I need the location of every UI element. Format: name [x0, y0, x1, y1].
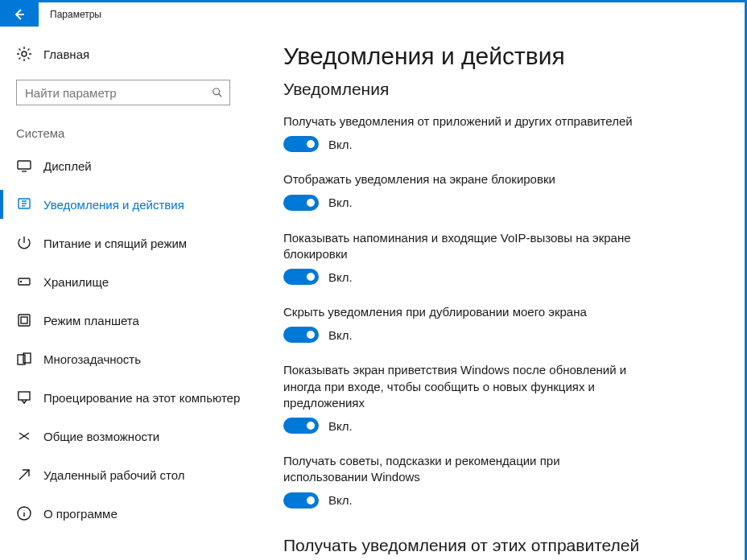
sidebar: Главная Система Дисплей Уведомления и де… [0, 27, 248, 560]
sidebar-item-power[interactable]: Питание и спящий режим [0, 224, 248, 262]
section-notifications-title: Уведомления [283, 80, 712, 99]
sidebar-item-label: Многозадачность [43, 352, 141, 366]
sidebar-item-storage[interactable]: Хранилище [0, 262, 248, 301]
sidebar-item-multitask[interactable]: Многозадачность [0, 340, 248, 378]
setting-tips: Получать советы, подсказки и рекомендаци… [283, 453, 638, 509]
setting-voip-reminders: Показывать напоминания и входящие VoIP-в… [283, 230, 638, 286]
sidebar-item-label: Питание и спящий режим [43, 237, 187, 250]
sidebar-item-label: Режим планшета [43, 314, 139, 327]
setting-apps-notifications: Получать уведомления от приложений и дру… [283, 113, 638, 152]
home-link[interactable]: Главная [0, 39, 248, 68]
remote-icon [16, 467, 32, 483]
search-icon [205, 87, 229, 98]
projecting-icon [16, 389, 32, 406]
multitask-icon [16, 351, 32, 367]
setting-label: Отображать уведомления на экране блокиро… [283, 171, 638, 187]
section-senders-title: Получать уведомления от этих отправителе… [283, 536, 712, 555]
sidebar-item-tablet[interactable]: Режим планшета [0, 301, 248, 340]
sidebar-item-about[interactable]: О программе [0, 494, 248, 533]
sidebar-item-label: Проецирование на этот компьютер [43, 391, 240, 405]
sidebar-item-label: Общие возможности [43, 430, 159, 443]
gear-icon [16, 46, 32, 62]
sidebar-item-notifications[interactable]: Уведомления и действия [0, 185, 248, 224]
shared-icon [16, 428, 32, 444]
setting-lockscreen-notifications: Отображать уведомления на экране блокиро… [283, 171, 638, 210]
notifications-icon [16, 196, 32, 212]
power-icon [16, 235, 32, 251]
tablet-icon [16, 312, 32, 328]
back-arrow-icon [13, 8, 26, 21]
home-label: Главная [43, 47, 89, 61]
storage-icon [16, 274, 32, 290]
toggle-state: Вкл. [328, 419, 353, 433]
sidebar-item-label: Уведомления и действия [43, 198, 184, 212]
sidebar-item-label: Удаленный рабочий стол [43, 468, 184, 482]
toggle-tips[interactable] [283, 492, 319, 509]
setting-label: Получать уведомления от приложений и дру… [283, 113, 638, 130]
toggle-state: Вкл. [328, 328, 353, 342]
sidebar-item-shared[interactable]: Общие возможности [0, 417, 248, 455]
svg-rect-7 [21, 317, 27, 323]
svg-point-0 [22, 51, 27, 56]
svg-point-5 [21, 282, 22, 282]
toggle-state: Вкл. [328, 196, 353, 209]
search-input[interactable] [17, 86, 205, 100]
sidebar-item-remote[interactable]: Удаленный рабочий стол [0, 455, 248, 494]
setting-label: Получать советы, подсказки и рекомендаци… [283, 453, 638, 486]
toggle-state: Вкл. [328, 138, 353, 151]
sidebar-item-label: Хранилище [43, 275, 109, 289]
svg-rect-6 [19, 315, 30, 326]
main-content: Уведомления и действия Уведомления Получ… [248, 27, 745, 560]
toggle-apps-notifications[interactable] [283, 136, 319, 152]
category-label: Система [0, 121, 248, 146]
sidebar-item-projecting[interactable]: Проецирование на этот компьютер [0, 378, 248, 417]
svg-rect-2 [18, 161, 31, 169]
toggle-lockscreen-notifications[interactable] [283, 195, 319, 211]
info-icon [16, 505, 32, 521]
back-button[interactable] [0, 2, 39, 27]
page-title: Уведомления и действия [283, 43, 712, 70]
titlebar: Параметры [0, 2, 745, 27]
setting-label: Показывать экран приветствия Windows пос… [283, 362, 638, 411]
sidebar-item-label: О программе [43, 507, 118, 521]
display-icon [16, 158, 32, 174]
svg-point-1 [213, 89, 220, 95]
toggle-state: Вкл. [328, 493, 353, 507]
setting-welcome-screen: Показывать экран приветствия Windows пос… [283, 362, 638, 434]
window-title: Параметры [50, 9, 101, 20]
setting-label: Показывать напоминания и входящие VoIP-в… [283, 230, 638, 263]
toggle-state: Вкл. [328, 270, 353, 284]
svg-rect-10 [19, 392, 30, 400]
sidebar-item-display[interactable]: Дисплей [0, 146, 248, 185]
settings-window: Параметры Главная Система Дисплей [0, 0, 747, 560]
toggle-welcome-screen[interactable] [283, 418, 319, 434]
toggle-hide-duplicating[interactable] [283, 327, 319, 343]
setting-hide-duplicating: Скрыть уведомления при дублировании моег… [283, 304, 638, 343]
setting-label: Скрыть уведомления при дублировании моег… [283, 304, 638, 320]
sidebar-item-label: Дисплей [43, 159, 92, 173]
search-box[interactable] [16, 80, 230, 105]
toggle-voip-reminders[interactable] [283, 269, 319, 285]
